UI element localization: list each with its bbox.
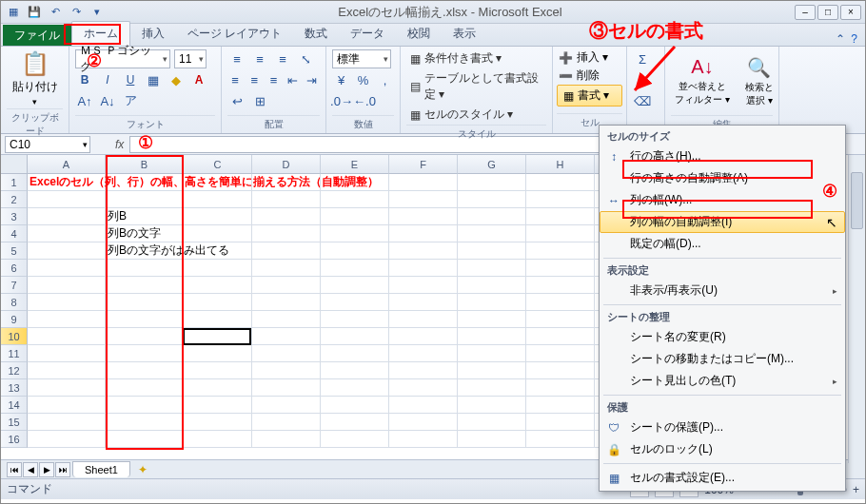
minimize-button[interactable]: – [795, 5, 816, 20]
cell-A9[interactable] [28, 311, 106, 328]
sheet-first-icon[interactable]: ⏮ [7, 462, 22, 477]
maximize-button[interactable]: □ [817, 5, 838, 20]
cell-D13[interactable] [252, 379, 321, 397]
orientation-icon[interactable]: ⤡ [296, 49, 315, 68]
align-left-icon[interactable]: ≡ [227, 70, 243, 89]
cell-C12[interactable] [184, 362, 252, 379]
cell-G2[interactable] [458, 191, 526, 208]
cell-B4[interactable]: 列Bの文字 [106, 225, 184, 242]
dd-tab-color[interactable]: シート見出しの色(T)▸ [600, 370, 845, 392]
comma-icon[interactable]: , [376, 70, 394, 89]
cell-G10[interactable] [458, 328, 526, 345]
align-bot-icon[interactable]: ≡ [273, 49, 292, 68]
sheet-next-icon[interactable]: ▶ [39, 462, 54, 477]
cell-D3[interactable] [252, 208, 321, 225]
dd-row-height[interactable]: ↕行の高さ(H)... [600, 145, 845, 167]
row-header-7[interactable]: 7 [1, 277, 28, 294]
cell-H12[interactable] [526, 362, 595, 379]
cell-F14[interactable] [389, 397, 458, 414]
dd-format-cells[interactable]: ▦セルの書式設定(E)... [600, 467, 845, 489]
cell-G12[interactable] [458, 362, 526, 379]
cell-E6[interactable] [321, 260, 389, 277]
dec-decimal-icon[interactable]: ←.0 [355, 91, 374, 110]
cell-styles-button[interactable]: ▦セルのスタイル ▾ [406, 105, 546, 125]
column-header-C[interactable]: C [184, 155, 252, 174]
format-table-button[interactable]: ▤テーブルとして書式設定 ▾ [406, 68, 546, 105]
cell-B9[interactable] [106, 311, 184, 328]
cell-C1[interactable] [184, 174, 252, 191]
cell-A10[interactable] [28, 328, 106, 345]
tab-file[interactable]: ファイル [3, 25, 71, 46]
sort-filter-button[interactable]: A↓ 並べ替えと フィルター ▾ [671, 54, 734, 109]
cell-D4[interactable] [252, 225, 321, 242]
cell-C16[interactable] [184, 431, 252, 448]
qat-icon[interactable]: ▾ [89, 4, 106, 21]
font-size-combo[interactable]: 11 [174, 49, 207, 68]
cell-B3[interactable]: 列B [106, 208, 184, 225]
cell-G7[interactable] [458, 277, 526, 294]
cell-A16[interactable] [28, 431, 106, 448]
cell-H7[interactable] [526, 277, 595, 294]
cell-E10[interactable] [321, 328, 389, 345]
cell-G14[interactable] [458, 397, 526, 414]
name-box[interactable]: C10 [5, 136, 90, 153]
column-header-B[interactable]: B [106, 155, 184, 174]
cell-H5[interactable] [526, 242, 595, 260]
cell-E12[interactable] [321, 362, 389, 379]
cell-A5[interactable] [28, 242, 106, 260]
row-header-9[interactable]: 9 [1, 311, 28, 328]
cell-F1[interactable] [389, 174, 458, 191]
row-header-15[interactable]: 15 [1, 414, 28, 431]
cell-A12[interactable] [28, 362, 106, 379]
insert-cells-button[interactable]: ➕挿入 ▾ [557, 48, 622, 67]
cell-B16[interactable] [106, 431, 184, 448]
cell-E4[interactable] [321, 225, 389, 242]
cell-H3[interactable] [526, 208, 595, 225]
fx-icon[interactable]: fx [109, 138, 129, 151]
cell-B11[interactable] [106, 345, 184, 362]
cell-C13[interactable] [184, 379, 252, 397]
cell-D14[interactable] [252, 397, 321, 414]
cell-A7[interactable] [28, 277, 106, 294]
cell-C15[interactable] [184, 414, 252, 431]
select-all-corner[interactable] [1, 155, 28, 174]
cell-D11[interactable] [252, 345, 321, 362]
cell-C8[interactable] [184, 294, 252, 311]
minimize-ribbon-icon[interactable]: ⌃ [836, 32, 845, 46]
cell-G9[interactable] [458, 311, 526, 328]
cell-B10[interactable] [106, 328, 184, 345]
cell-G8[interactable] [458, 294, 526, 311]
cell-E8[interactable] [321, 294, 389, 311]
column-header-H[interactable]: H [526, 155, 595, 174]
cell-G5[interactable] [458, 242, 526, 260]
column-header-G[interactable]: G [458, 155, 526, 174]
cell-F10[interactable] [389, 328, 458, 345]
cell-H13[interactable] [526, 379, 595, 397]
row-header-2[interactable]: 2 [1, 191, 28, 208]
cell-F7[interactable] [389, 277, 458, 294]
cell-A4[interactable] [28, 225, 106, 242]
cell-G15[interactable] [458, 414, 526, 431]
tab-page-layout[interactable]: ページ レイアウト [176, 22, 293, 46]
cell-H16[interactable] [526, 431, 595, 448]
cell-B12[interactable] [106, 362, 184, 379]
cell-B6[interactable] [106, 260, 184, 277]
paste-button[interactable]: 📋 貼り付け ▾ [7, 48, 63, 108]
conditional-format-button[interactable]: ▦条件付き書式 ▾ [406, 48, 546, 68]
cell-C7[interactable] [184, 277, 252, 294]
cell-E7[interactable] [321, 277, 389, 294]
indent-dec-icon[interactable]: ⇤ [285, 70, 301, 89]
dd-default-width[interactable]: 既定の幅(D)... [600, 233, 845, 255]
new-sheet-icon[interactable]: ✦ [132, 463, 153, 476]
number-format-combo[interactable]: 標準 [332, 49, 391, 68]
cell-A14[interactable] [28, 397, 106, 414]
cell-D7[interactable] [252, 277, 321, 294]
dd-hide-unhide[interactable]: 非表示/再表示(U)▸ [600, 280, 845, 301]
cell-D12[interactable] [252, 362, 321, 379]
column-header-A[interactable]: A [28, 155, 106, 174]
cell-G1[interactable] [458, 174, 526, 191]
cell-A8[interactable] [28, 294, 106, 311]
cell-F4[interactable] [389, 225, 458, 242]
wrap-text-icon[interactable]: ↩ [227, 91, 246, 110]
cell-C9[interactable] [184, 311, 252, 328]
